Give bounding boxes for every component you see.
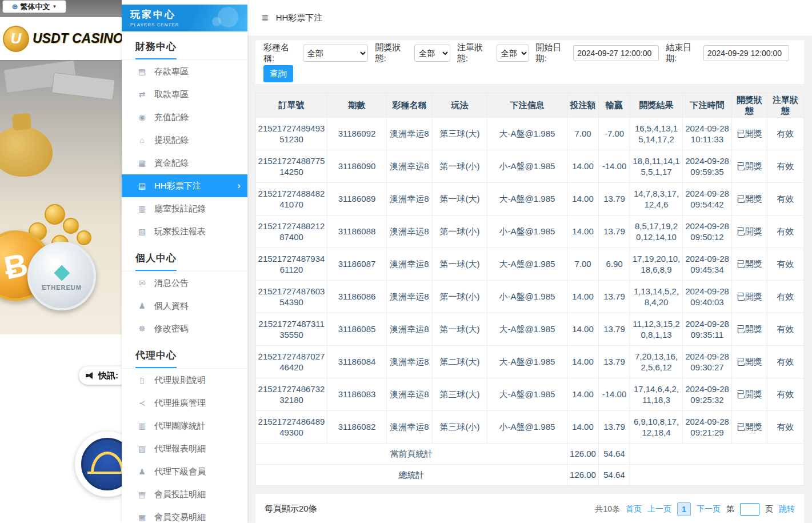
table-cell: 14.00 — [567, 150, 599, 183]
sidebar-item[interactable]: ◉充值記錄 — [122, 106, 247, 129]
announcement-icon: ✉ — [137, 278, 147, 288]
sidebar-section-title: 個人中心 — [122, 243, 247, 272]
caret-down-icon: ▼ — [52, 4, 57, 9]
sidebar-subtitle: PLAYERS CENTER — [130, 22, 247, 27]
table-cell: 18,8,11,14,15,5,1,17 — [630, 150, 683, 183]
table-cell: 2152172748877514250 — [256, 150, 327, 183]
draw-status-label: 開獎狀態: — [375, 42, 411, 64]
gold-coin-decor — [63, 218, 79, 234]
summary-win-total: 54.64 — [599, 465, 630, 486]
draw-status-select[interactable]: 全部 — [414, 45, 450, 62]
table-cell: 有效 — [767, 313, 804, 346]
draw-status-filter: 開獎狀態: 全部 — [375, 42, 450, 64]
table-cell: 2024-09-28 09:40:03 — [683, 281, 732, 313]
table-cell: -14.00 — [599, 378, 630, 411]
sidebar-item[interactable]: ▥廳室投註記錄 — [122, 197, 247, 220]
sidebar-item[interactable]: ▧玩家投注報表 — [122, 220, 247, 243]
table-cell: 澳洲幸运8 — [387, 215, 433, 248]
players-center-header: 玩家中心 PLAYERS CENTER — [122, 5, 247, 31]
summary-label: 總統計 — [256, 465, 567, 486]
jump-go-link[interactable]: 跳转 — [779, 504, 795, 514]
table-cell: 2152172748793461120 — [256, 248, 327, 281]
table-cell: 澳洲幸运8 — [387, 378, 433, 411]
table-cell: 16,5,4,13,15,14,17,2 — [630, 118, 683, 150]
start-date-input[interactable] — [573, 45, 659, 61]
table-cell: 有效 — [767, 411, 804, 444]
table-cell: 已開獎 — [732, 215, 767, 248]
sidebar-item[interactable]: ✉消息公告 — [122, 272, 247, 294]
table-cell: 31186086 — [327, 281, 387, 313]
end-date-input[interactable] — [703, 45, 789, 61]
sidebar-item[interactable]: ♟代理下級會員 — [122, 460, 247, 483]
lottery-name-label: 彩種名稱: — [263, 42, 299, 64]
language-selector[interactable]: ⊕ 繁体中文 ▼ — [2, 0, 66, 13]
sidebar-item[interactable]: ▤會員投註明細 — [122, 483, 247, 506]
player-bet-report-icon: ▧ — [137, 227, 147, 236]
table-cell: 31186085 — [327, 313, 387, 346]
room-bet-record-icon: ▥ — [137, 204, 147, 213]
recharge-record-icon: ◉ — [137, 113, 147, 122]
table-cell: 13.79 — [599, 411, 630, 444]
table-cell: 31186089 — [327, 183, 387, 215]
first-page-link[interactable]: 首页 — [626, 504, 642, 514]
sidebar-item-label: 會員投註明細 — [154, 489, 206, 500]
table-cell: 31186088 — [327, 215, 387, 248]
table-cell: 17,19,20,10,18,6,8,9 — [630, 248, 683, 281]
summary-row: 當前頁統計126.0054.64 — [256, 444, 804, 465]
current-page[interactable]: 1 — [677, 502, 691, 516]
summary-label: 當前頁統計 — [256, 444, 567, 465]
sidebar-item[interactable]: ▦資金記錄 — [122, 151, 247, 174]
table-cell: 有效 — [767, 118, 804, 150]
menu-toggle-icon[interactable]: ≡ — [262, 12, 269, 23]
sidebar-menu: 財務中心▤存款專區⇄取款專區◉充值記錄⌂提現記錄▦資金記錄▤HH彩票下注›▥廳室… — [122, 31, 247, 523]
sidebar-item[interactable]: ▤存款專區 — [122, 60, 247, 83]
table-cell: 2024-09-28 09:21:29 — [683, 411, 732, 444]
next-page-link[interactable]: 下一页 — [697, 504, 721, 514]
chevron-right-icon: › — [237, 180, 241, 191]
sidebar-item[interactable]: ⌂提現記錄 — [122, 129, 247, 151]
withdrawal-icon: ⇄ — [137, 90, 147, 99]
lottery-name-select[interactable]: 全部 — [303, 45, 369, 62]
table-cell: 14.00 — [567, 378, 599, 411]
order-status-label: 注單狀態: — [457, 42, 493, 64]
search-button[interactable]: 查詢 — [263, 65, 293, 82]
sidebar-item[interactable]: ▥代理團隊統計 — [122, 414, 247, 437]
sidebar-item-label: 存款專區 — [154, 66, 189, 77]
table-cell: 有效 — [767, 150, 804, 183]
table-cell: 澳洲幸运8 — [387, 313, 433, 346]
sidebar-item[interactable]: ⇄取款專區 — [122, 83, 247, 106]
table-cell: 第三球(小) — [433, 411, 487, 444]
sidebar-item[interactable]: ▯代理規則說明 — [122, 369, 247, 392]
table-cell: 已開獎 — [732, 411, 767, 444]
column-header: 下注時間 — [683, 93, 732, 118]
sidebar-item[interactable]: ▤HH彩票下注› — [122, 174, 247, 197]
table-cell: 2024-09-28 09:45:34 — [683, 248, 732, 281]
table-row: 215217274867323218031186083澳洲幸运8第三球(大)大-… — [256, 378, 804, 411]
table-row: 215217274894935123031186092澳洲幸运8第三球(大)大-… — [256, 118, 804, 150]
order-status-select[interactable]: 全部 — [497, 45, 529, 62]
column-header: 注單狀態 — [767, 93, 804, 118]
jump-prefix: 第 — [726, 504, 734, 514]
table-cell: 2152172748702746420 — [256, 346, 327, 378]
main-content: ≡ HH彩票下注 彩種名稱: 全部 開獎狀態: 全部 注單狀態: — [247, 0, 812, 523]
sidebar-item[interactable]: ▨代理報表明細 — [122, 437, 247, 460]
jump-page-input[interactable] — [740, 503, 759, 516]
table-cell: 澳洲幸运8 — [387, 346, 433, 378]
table-cell: 31186090 — [327, 150, 387, 183]
sidebar-item[interactable]: ▦會員交易明細 — [122, 506, 247, 523]
table-cell: 2152172748949351230 — [256, 118, 327, 150]
eth-diamond-icon: ◆ — [54, 261, 70, 282]
table-cell: 大-A盤@1.985 — [487, 378, 567, 411]
table-cell: 澳洲幸运8 — [387, 183, 433, 215]
sidebar-item[interactable]: ≺代理推廣管理 — [122, 392, 247, 414]
table-cell: 大-A盤@1.985 — [487, 248, 567, 281]
summary-bet-total: 126.00 — [567, 444, 599, 465]
table-row: 215217274873113555031186085澳洲幸运8第一球(大)大-… — [256, 313, 804, 346]
sidebar-item[interactable]: ☸修改密碼 — [122, 317, 247, 340]
table-cell: 2024-09-28 09:25:32 — [683, 378, 732, 411]
globe-icon: ⊕ — [12, 2, 18, 11]
prev-page-link[interactable]: 上一页 — [647, 504, 671, 514]
table-cell: 6,9,10,8,17,12,18,4 — [630, 411, 683, 444]
sidebar-item[interactable]: ♟個人資料 — [122, 294, 247, 317]
table-cell: 小-A盤@1.985 — [487, 150, 567, 183]
